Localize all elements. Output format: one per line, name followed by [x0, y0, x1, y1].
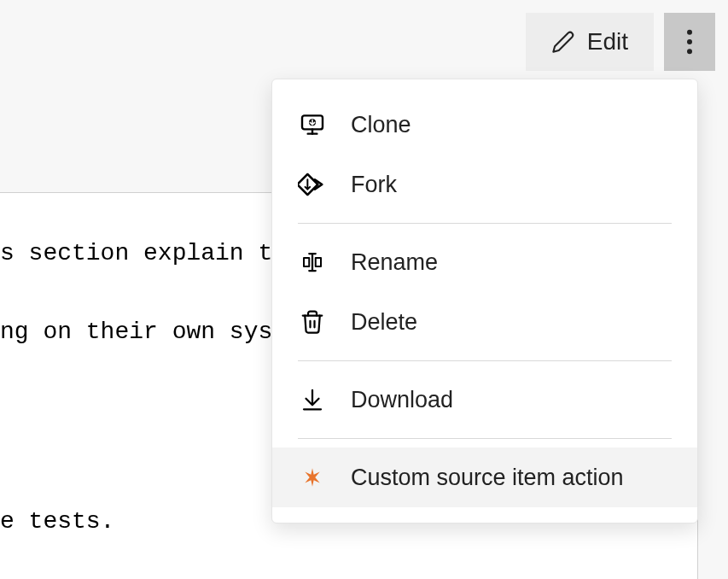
- menu-item-label: Custom source item action: [351, 465, 624, 491]
- fork-icon: [298, 170, 327, 199]
- menu-item-download[interactable]: Download: [272, 370, 697, 430]
- menu-item-label: Fork: [351, 172, 397, 198]
- menu-item-clone[interactable]: Clone: [272, 95, 697, 155]
- menu-item-label: Clone: [351, 112, 411, 138]
- menu-separator: [298, 360, 672, 361]
- pencil-icon: [551, 30, 575, 54]
- trash-icon: [298, 307, 327, 336]
- menu-item-label: Rename: [351, 249, 438, 276]
- svg-point-2: [687, 49, 692, 54]
- asterisk-icon: [298, 463, 327, 492]
- actions-dropdown: Clone Fork Rename: [271, 79, 698, 523]
- clone-icon: [298, 110, 327, 139]
- menu-item-rename[interactable]: Rename: [272, 232, 697, 292]
- toolbar: Edit: [526, 13, 715, 71]
- download-icon: [298, 385, 327, 414]
- kebab-icon: [686, 29, 693, 55]
- edit-button[interactable]: Edit: [526, 13, 654, 71]
- menu-separator: [298, 223, 672, 224]
- menu-item-fork[interactable]: Fork: [272, 155, 697, 214]
- menu-separator: [298, 438, 672, 439]
- rename-icon: [298, 248, 327, 277]
- menu-item-delete[interactable]: Delete: [272, 292, 697, 352]
- svg-point-0: [687, 30, 692, 35]
- svg-point-1: [687, 39, 692, 44]
- menu-item-label: Delete: [351, 309, 417, 336]
- menu-item-custom-action[interactable]: Custom source item action: [272, 447, 697, 507]
- edit-button-label: Edit: [587, 28, 628, 56]
- menu-item-label: Download: [351, 387, 453, 413]
- more-actions-button[interactable]: [664, 13, 715, 71]
